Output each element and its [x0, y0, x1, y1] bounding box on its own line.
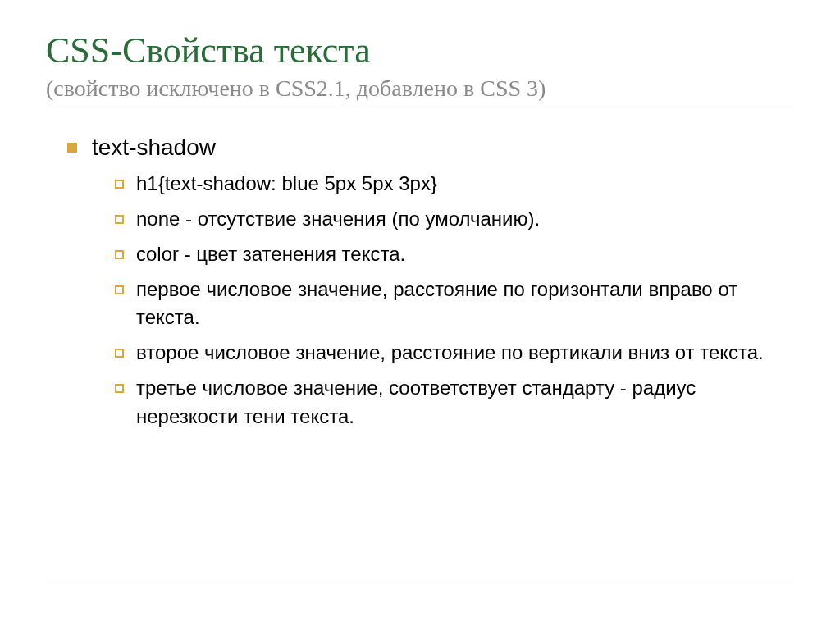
list-item: text-shadow h1{text-shadow: blue 5px 5px… [67, 132, 794, 431]
list-item: первое числовое значение, расстояние по … [115, 276, 794, 333]
title-block: CSS-Свойства текста (свойство исключено … [46, 31, 794, 107]
list-item-label: второе числовое значение, расстояние по … [136, 341, 764, 363]
slide: CSS-Свойства текста (свойство исключено … [0, 0, 840, 630]
list-item-label: color - цвет затенения текста. [136, 243, 405, 265]
list-item-label: первое числовое значение, расстояние по … [136, 278, 737, 329]
bullet-list: text-shadow h1{text-shadow: blue 5px 5px… [46, 132, 794, 431]
slide-title: CSS-Свойства текста [46, 31, 794, 71]
list-item: none - отсутствие значения (по умолчанию… [115, 205, 794, 234]
slide-subtitle: (свойство исключено в CSS2.1, добавлено … [46, 75, 794, 102]
list-item-label: h1{text-shadow: blue 5px 5px 3px} [136, 172, 437, 194]
list-item: третье числовое значение, соответствует … [115, 374, 794, 431]
list-item-label: none - отсутствие значения (по умолчанию… [136, 208, 540, 230]
footer-divider [46, 582, 794, 582]
list-item: h1{text-shadow: blue 5px 5px 3px} [115, 170, 794, 199]
sub-bullet-list: h1{text-shadow: blue 5px 5px 3px} none -… [92, 170, 794, 431]
list-item: второе числовое значение, расстояние по … [115, 339, 794, 368]
list-item: color - цвет затенения текста. [115, 240, 794, 269]
list-item-label: text-shadow [92, 135, 216, 160]
list-item-label: третье числовое значение, соответствует … [136, 377, 696, 427]
